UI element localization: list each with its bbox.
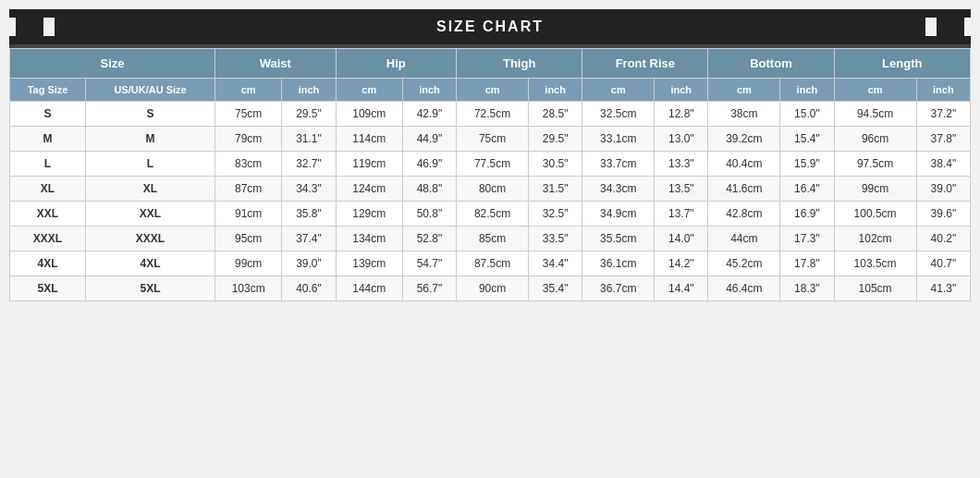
header-size: Size: [10, 49, 215, 79]
sub-bot-cm: cm: [708, 79, 780, 102]
table-cell: 34.3": [282, 177, 336, 202]
table-cell: 54.7": [402, 251, 456, 276]
table-cell: 40.7": [916, 251, 970, 276]
table-row: SS75cm29.5"109cm42.9"72.5cm28.5"32.5cm12…: [10, 102, 971, 127]
table-cell: L: [86, 152, 215, 177]
table-cell: XL: [86, 177, 215, 202]
table-cell: 14.0": [655, 227, 708, 251]
table-cell: 42.8cm: [708, 202, 780, 227]
table-cell: S: [86, 102, 215, 127]
title-bar: SIZE CHART: [9, 9, 971, 44]
table-cell: 39.0": [916, 177, 970, 202]
table-body: SS75cm29.5"109cm42.9"72.5cm28.5"32.5cm12…: [10, 102, 971, 301]
table-cell: 29.5": [282, 102, 336, 127]
table-cell: 96cm: [834, 127, 916, 152]
table-cell: 36.7cm: [582, 276, 655, 301]
table-cell: 4XL: [10, 251, 86, 276]
table-cell: 15.0": [780, 102, 834, 127]
table-cell: 38cm: [708, 102, 780, 127]
table-cell: 5XL: [10, 276, 86, 301]
table-cell: XL: [10, 177, 86, 202]
table-cell: 39.6": [916, 202, 970, 227]
table-cell: S: [10, 102, 86, 127]
table-cell: 33.1cm: [582, 127, 655, 152]
table-cell: 31.1": [282, 127, 336, 152]
table-cell: 77.5cm: [457, 152, 529, 177]
table-cell: 94.5cm: [834, 102, 916, 127]
sub-waist-cm: cm: [215, 79, 282, 102]
table-cell: 33.5": [529, 227, 582, 251]
table-cell: 34.9cm: [582, 202, 655, 227]
table-cell: 33.7cm: [582, 152, 655, 177]
table-cell: 91cm: [215, 202, 282, 227]
table-cell: 34.3cm: [582, 177, 655, 202]
table-cell: XXXL: [86, 227, 215, 251]
table-cell: XXL: [86, 202, 215, 227]
table-cell: 85cm: [457, 227, 529, 251]
table-cell: 90cm: [457, 276, 529, 301]
table-cell: 75cm: [215, 102, 282, 127]
table-cell: 114cm: [336, 127, 402, 152]
table-cell: 42.9": [402, 102, 456, 127]
table-cell: 13.7": [655, 202, 708, 227]
table-cell: 56.7": [402, 276, 456, 301]
table-cell: 52.8": [402, 227, 456, 251]
sub-bot-inch: inch: [780, 79, 834, 102]
header-thigh: Thigh: [457, 49, 582, 79]
table-cell: 119cm: [336, 152, 402, 177]
table-cell: 34.4": [529, 251, 582, 276]
table-cell: 103cm: [215, 276, 282, 301]
table-cell: 102cm: [834, 227, 916, 251]
table-cell: 15.4": [780, 127, 834, 152]
page-wrapper: SIZE CHART Size Waist Hip Thigh Front Ri…: [9, 9, 971, 301]
table-cell: 87.5cm: [457, 251, 529, 276]
table-cell: 35.8": [282, 202, 336, 227]
table-cell: 139cm: [336, 251, 402, 276]
table-cell: 37.4": [282, 227, 336, 251]
table-row: XLXL87cm34.3"124cm48.8"80cm31.5"34.3cm13…: [10, 177, 971, 202]
size-chart-table: Size Waist Hip Thigh Front Rise Bottom L…: [9, 48, 971, 301]
table-cell: 17.3": [780, 227, 834, 251]
table-cell: 35.5cm: [582, 227, 655, 251]
table-cell: 79cm: [215, 127, 282, 152]
table-cell: XXXL: [10, 227, 86, 251]
table-cell: 16.4": [780, 177, 834, 202]
table-cell: 46.9": [402, 152, 456, 177]
subheader-row: Tag Size US/UK/AU Size cm inch cm inch c…: [10, 79, 971, 102]
table-cell: 144cm: [336, 276, 402, 301]
table-cell: 37.2": [916, 102, 970, 127]
header-group-row: Size Waist Hip Thigh Front Rise Bottom L…: [10, 49, 971, 79]
table-cell: M: [10, 127, 86, 152]
table-cell: 30.5": [529, 152, 582, 177]
sub-thigh-cm: cm: [457, 79, 529, 102]
table-cell: L: [10, 152, 86, 177]
table-cell: 41.3": [916, 276, 970, 301]
table-row: 4XL4XL99cm39.0"139cm54.7"87.5cm34.4"36.1…: [10, 251, 971, 276]
table-cell: 50.8": [402, 202, 456, 227]
table-cell: 39.2cm: [708, 127, 780, 152]
sub-waist-inch: inch: [282, 79, 336, 102]
sub-hip-cm: cm: [336, 79, 402, 102]
table-cell: 39.0": [282, 251, 336, 276]
table-cell: XXL: [10, 202, 86, 227]
table-cell: 14.4": [655, 276, 708, 301]
table-cell: 16.9": [780, 202, 834, 227]
table-cell: 13.0": [655, 127, 708, 152]
table-cell: 80cm: [457, 177, 529, 202]
table-cell: 28.5": [529, 102, 582, 127]
table-cell: 105cm: [834, 276, 916, 301]
table-cell: 38.4": [916, 152, 970, 177]
table-cell: 46.4cm: [708, 276, 780, 301]
sub-hip-inch: inch: [402, 79, 456, 102]
header-length: Length: [834, 49, 970, 79]
table-cell: 31.5": [529, 177, 582, 202]
table-cell: 129cm: [336, 202, 402, 227]
table-row: MM79cm31.1"114cm44.9"75cm29.5"33.1cm13.0…: [10, 127, 971, 152]
table-row: 5XL5XL103cm40.6"144cm56.7"90cm35.4"36.7c…: [10, 276, 971, 301]
table-cell: 103.5cm: [834, 251, 916, 276]
table-row: XXLXXL91cm35.8"129cm50.8"82.5cm32.5"34.9…: [10, 202, 971, 227]
table-cell: 95cm: [215, 227, 282, 251]
sub-len-inch: inch: [916, 79, 970, 102]
header-front-rise: Front Rise: [582, 49, 708, 79]
table-cell: 32.5cm: [582, 102, 655, 127]
